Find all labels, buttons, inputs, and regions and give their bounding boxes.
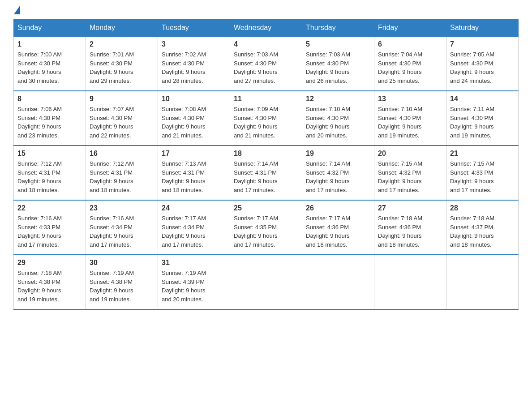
day-info: Sunrise: 7:02 AMSunset: 4:30 PMDaylight:… xyxy=(162,50,226,85)
week-row: 29 Sunrise: 7:18 AMSunset: 4:38 PMDaylig… xyxy=(14,255,519,309)
calendar-cell: 3 Sunrise: 7:02 AMSunset: 4:30 PMDayligh… xyxy=(158,37,230,91)
day-info: Sunrise: 7:14 AMSunset: 4:31 PMDaylight:… xyxy=(234,159,298,194)
calendar-body: 1 Sunrise: 7:00 AMSunset: 4:30 PMDayligh… xyxy=(14,37,519,310)
calendar-cell: 17 Sunrise: 7:13 AMSunset: 4:31 PMDaylig… xyxy=(158,146,230,200)
day-info: Sunrise: 7:05 AMSunset: 4:30 PMDaylight:… xyxy=(450,50,515,85)
calendar-cell: 20 Sunrise: 7:15 AMSunset: 4:32 PMDaylig… xyxy=(374,146,446,200)
day-info: Sunrise: 7:03 AMSunset: 4:30 PMDaylight:… xyxy=(306,50,370,85)
day-number: 5 xyxy=(306,40,370,48)
calendar-cell: 15 Sunrise: 7:12 AMSunset: 4:31 PMDaylig… xyxy=(14,146,86,200)
day-info: Sunrise: 7:19 AMSunset: 4:39 PMDaylight:… xyxy=(162,269,226,304)
logo xyxy=(13,9,20,14)
calendar-cell: 5 Sunrise: 7:03 AMSunset: 4:30 PMDayligh… xyxy=(302,37,374,91)
day-info: Sunrise: 7:17 AMSunset: 4:36 PMDaylight:… xyxy=(306,214,370,249)
day-info: Sunrise: 7:15 AMSunset: 4:33 PMDaylight:… xyxy=(450,159,515,194)
day-number: 27 xyxy=(378,204,442,212)
day-number: 23 xyxy=(90,204,154,212)
day-info: Sunrise: 7:03 AMSunset: 4:30 PMDaylight:… xyxy=(234,50,298,85)
day-number: 18 xyxy=(234,150,298,158)
day-number: 10 xyxy=(162,95,226,103)
day-number: 9 xyxy=(90,95,154,103)
day-number: 26 xyxy=(306,204,370,212)
day-info: Sunrise: 7:17 AMSunset: 4:35 PMDaylight:… xyxy=(234,214,298,249)
day-number: 15 xyxy=(17,150,82,158)
day-number: 4 xyxy=(234,40,298,48)
day-number: 29 xyxy=(17,259,82,267)
calendar-header: SundayMondayTuesdayWednesdayThursdayFrid… xyxy=(14,19,519,37)
day-info: Sunrise: 7:15 AMSunset: 4:32 PMDaylight:… xyxy=(378,159,442,194)
calendar-cell: 23 Sunrise: 7:16 AMSunset: 4:34 PMDaylig… xyxy=(86,200,158,255)
week-row: 1 Sunrise: 7:00 AMSunset: 4:30 PMDayligh… xyxy=(14,37,519,91)
day-number: 25 xyxy=(234,204,298,212)
calendar-cell: 8 Sunrise: 7:06 AMSunset: 4:30 PMDayligh… xyxy=(14,91,86,146)
calendar-cell: 21 Sunrise: 7:15 AMSunset: 4:33 PMDaylig… xyxy=(446,146,519,200)
calendar-cell xyxy=(446,255,519,309)
calendar-cell: 19 Sunrise: 7:14 AMSunset: 4:32 PMDaylig… xyxy=(302,146,374,200)
day-info: Sunrise: 7:13 AMSunset: 4:31 PMDaylight:… xyxy=(162,159,226,194)
day-info: Sunrise: 7:18 AMSunset: 4:37 PMDaylight:… xyxy=(450,214,515,249)
calendar-cell xyxy=(302,255,374,309)
calendar-cell: 24 Sunrise: 7:17 AMSunset: 4:34 PMDaylig… xyxy=(158,200,230,255)
day-info: Sunrise: 7:09 AMSunset: 4:30 PMDaylight:… xyxy=(234,105,298,140)
calendar-cell xyxy=(374,255,446,309)
day-number: 1 xyxy=(17,40,82,48)
page-header xyxy=(13,9,519,14)
day-number: 11 xyxy=(234,95,298,103)
calendar-cell: 16 Sunrise: 7:12 AMSunset: 4:31 PMDaylig… xyxy=(86,146,158,200)
calendar-cell: 4 Sunrise: 7:03 AMSunset: 4:30 PMDayligh… xyxy=(230,37,302,91)
day-number: 24 xyxy=(162,204,226,212)
week-row: 22 Sunrise: 7:16 AMSunset: 4:33 PMDaylig… xyxy=(14,200,519,255)
day-number: 20 xyxy=(378,150,442,158)
header-cell-saturday: Saturday xyxy=(446,19,519,37)
calendar-cell: 30 Sunrise: 7:19 AMSunset: 4:38 PMDaylig… xyxy=(86,255,158,309)
day-info: Sunrise: 7:16 AMSunset: 4:34 PMDaylight:… xyxy=(90,214,154,249)
calendar-cell xyxy=(230,255,302,309)
day-number: 19 xyxy=(306,150,370,158)
day-info: Sunrise: 7:12 AMSunset: 4:31 PMDaylight:… xyxy=(17,159,82,194)
calendar-cell: 14 Sunrise: 7:11 AMSunset: 4:30 PMDaylig… xyxy=(446,91,519,146)
calendar-cell: 18 Sunrise: 7:14 AMSunset: 4:31 PMDaylig… xyxy=(230,146,302,200)
day-number: 6 xyxy=(378,40,442,48)
day-number: 14 xyxy=(450,95,515,103)
header-cell-friday: Friday xyxy=(374,19,446,37)
header-cell-thursday: Thursday xyxy=(302,19,374,37)
header-cell-sunday: Sunday xyxy=(14,19,86,37)
day-number: 2 xyxy=(90,40,154,48)
day-number: 31 xyxy=(162,259,226,267)
week-row: 8 Sunrise: 7:06 AMSunset: 4:30 PMDayligh… xyxy=(14,91,519,146)
day-info: Sunrise: 7:08 AMSunset: 4:30 PMDaylight:… xyxy=(162,105,226,140)
logo-triangle-icon xyxy=(14,5,20,14)
day-info: Sunrise: 7:07 AMSunset: 4:30 PMDaylight:… xyxy=(90,105,154,140)
day-info: Sunrise: 7:11 AMSunset: 4:30 PMDaylight:… xyxy=(450,105,515,140)
day-number: 30 xyxy=(90,259,154,267)
day-number: 13 xyxy=(378,95,442,103)
header-cell-tuesday: Tuesday xyxy=(158,19,230,37)
day-number: 22 xyxy=(17,204,82,212)
calendar-cell: 27 Sunrise: 7:18 AMSunset: 4:36 PMDaylig… xyxy=(374,200,446,255)
header-cell-wednesday: Wednesday xyxy=(230,19,302,37)
day-number: 7 xyxy=(450,40,515,48)
calendar-cell: 7 Sunrise: 7:05 AMSunset: 4:30 PMDayligh… xyxy=(446,37,519,91)
week-row: 15 Sunrise: 7:12 AMSunset: 4:31 PMDaylig… xyxy=(14,146,519,200)
day-info: Sunrise: 7:12 AMSunset: 4:31 PMDaylight:… xyxy=(90,159,154,194)
day-info: Sunrise: 7:04 AMSunset: 4:30 PMDaylight:… xyxy=(378,50,442,85)
calendar-cell: 12 Sunrise: 7:10 AMSunset: 4:30 PMDaylig… xyxy=(302,91,374,146)
calendar-cell: 6 Sunrise: 7:04 AMSunset: 4:30 PMDayligh… xyxy=(374,37,446,91)
day-info: Sunrise: 7:16 AMSunset: 4:33 PMDaylight:… xyxy=(17,214,82,249)
day-number: 8 xyxy=(17,95,82,103)
calendar-cell: 1 Sunrise: 7:00 AMSunset: 4:30 PMDayligh… xyxy=(14,37,86,91)
day-number: 3 xyxy=(162,40,226,48)
day-info: Sunrise: 7:10 AMSunset: 4:30 PMDaylight:… xyxy=(306,105,370,140)
day-info: Sunrise: 7:06 AMSunset: 4:30 PMDaylight:… xyxy=(17,105,82,140)
calendar-cell: 28 Sunrise: 7:18 AMSunset: 4:37 PMDaylig… xyxy=(446,200,519,255)
day-info: Sunrise: 7:10 AMSunset: 4:30 PMDaylight:… xyxy=(378,105,442,140)
day-number: 17 xyxy=(162,150,226,158)
day-info: Sunrise: 7:14 AMSunset: 4:32 PMDaylight:… xyxy=(306,159,370,194)
calendar-cell: 29 Sunrise: 7:18 AMSunset: 4:38 PMDaylig… xyxy=(14,255,86,309)
calendar-cell: 11 Sunrise: 7:09 AMSunset: 4:30 PMDaylig… xyxy=(230,91,302,146)
day-number: 28 xyxy=(450,204,515,212)
day-number: 21 xyxy=(450,150,515,158)
day-info: Sunrise: 7:00 AMSunset: 4:30 PMDaylight:… xyxy=(17,50,82,85)
day-info: Sunrise: 7:17 AMSunset: 4:34 PMDaylight:… xyxy=(162,214,226,249)
calendar-cell: 25 Sunrise: 7:17 AMSunset: 4:35 PMDaylig… xyxy=(230,200,302,255)
